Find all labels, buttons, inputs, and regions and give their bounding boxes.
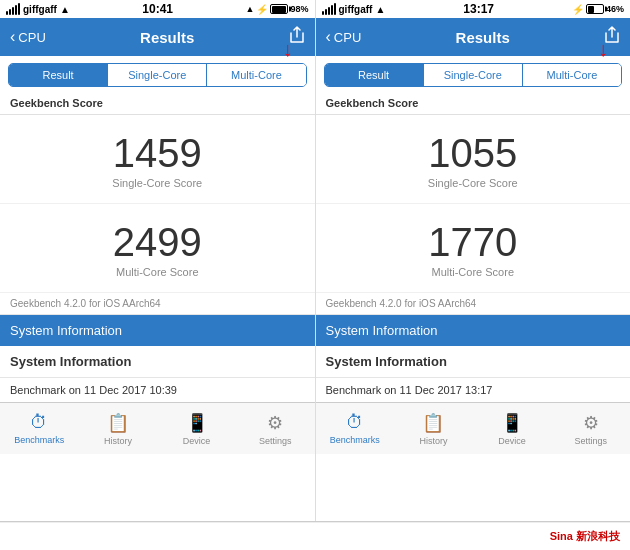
multi-core-block-left: 2499 Multi-Core Score (0, 204, 315, 293)
battery-pct-right: 46% (606, 4, 624, 14)
tab-result-left[interactable]: Result (9, 64, 108, 86)
sys-info-row-right: System Information (316, 346, 631, 378)
tab-single-left[interactable]: Single-Core (108, 64, 207, 86)
status-bar-left: giffgaff ▲ 10:41 ▲ ⚡ 98% (0, 0, 315, 18)
arrow-annotation-left: ↓ (283, 38, 293, 61)
settings-icon-left: ⚙ (267, 412, 283, 434)
history-icon-right: 📋 (422, 412, 444, 434)
bottom-tab-history-right[interactable]: 📋 History (394, 403, 473, 454)
multi-core-label-left: Multi-Core Score (10, 266, 305, 278)
history-label-right: History (419, 436, 447, 446)
tab-multi-left[interactable]: Multi-Core (207, 64, 305, 86)
wifi-icon-right: ▲ (375, 4, 385, 15)
watermark-text: Sina 新浪科技 (550, 529, 620, 544)
signal-icon-right (322, 3, 336, 15)
benchmarks-label-left: Benchmarks (14, 435, 64, 445)
nav-header-right: ‹ CPU Results (316, 18, 631, 56)
nav-title-left: Results (140, 29, 194, 46)
phone-right: giffgaff ▲ 13:17 ⚡ 46% ‹ CPU Results (316, 0, 631, 521)
geekbench-heading-right: Geekbench Score (316, 94, 631, 115)
back-label-right: CPU (334, 30, 361, 45)
single-core-score-right: 1055 (326, 133, 621, 173)
battery-fill-left (272, 6, 286, 13)
back-arrow-right: ‹ (326, 28, 331, 46)
watermark-bar: Sina 新浪科技 (0, 522, 630, 550)
wifi-icon: ▲ (60, 4, 70, 15)
bottom-bar-right: ⏱ Benchmarks 📋 History 📱 Device ⚙ Settin… (316, 402, 631, 454)
version-info-left: Geekbench 4.2.0 for iOS AArch64 (0, 293, 315, 315)
multi-core-score-left: 2499 (10, 222, 305, 262)
multi-core-label-right: Multi-Core Score (326, 266, 621, 278)
tab-single-right[interactable]: Single-Core (424, 64, 523, 86)
settings-icon-right: ⚙ (583, 412, 599, 434)
multi-core-block-right: 1770 Multi-Core Score (316, 204, 631, 293)
benchmarks-label-right: Benchmarks (330, 435, 380, 445)
time-left: 10:41 (142, 2, 173, 16)
back-arrow-left: ‹ (10, 28, 15, 46)
status-left-left: giffgaff ▲ (6, 3, 70, 15)
battery-fill-right (588, 6, 594, 13)
sys-info-row-left: System Information (0, 346, 315, 378)
arrow-annotation-right: ↓ (598, 38, 608, 61)
status-right-left: ▲ ⚡ 98% (246, 4, 309, 15)
multi-core-score-right: 1770 (326, 222, 621, 262)
benchmark-date-left: Benchmark on 11 Dec 2017 10:39 (0, 378, 315, 402)
benchmark-date-right: Benchmark on 11 Dec 2017 13:17 (316, 378, 631, 402)
sys-info-header-right: System Information (316, 315, 631, 346)
device-label-left: Device (183, 436, 211, 446)
nav-title-right: Results (456, 29, 510, 46)
benchmarks-icon-left: ⏱ (30, 412, 48, 433)
time-right: 13:17 (463, 2, 494, 16)
bottom-tab-settings-right[interactable]: ⚙ Settings (551, 403, 630, 454)
bottom-tab-device-right[interactable]: 📱 Device (473, 403, 552, 454)
device-icon-left: 📱 (186, 412, 208, 434)
tab-multi-right[interactable]: Multi-Core (523, 64, 621, 86)
carrier-right: giffgaff (339, 4, 373, 15)
status-left-right: giffgaff ▲ (322, 3, 386, 15)
bottom-tab-history-left[interactable]: 📋 History (79, 403, 158, 454)
tab-result-right[interactable]: Result (325, 64, 424, 86)
back-button-right[interactable]: ‹ CPU (326, 28, 362, 46)
back-label-left: CPU (18, 30, 45, 45)
nav-header-left: ‹ CPU Results (0, 18, 315, 56)
back-button-left[interactable]: ‹ CPU (10, 28, 46, 46)
battery-icon-right (586, 4, 604, 14)
status-right-right: ⚡ 46% (572, 4, 624, 15)
device-label-right: Device (498, 436, 526, 446)
bluetooth-icon: ⚡ (256, 4, 268, 15)
benchmarks-icon-right: ⏱ (346, 412, 364, 433)
single-core-label-right: Single-Core Score (326, 177, 621, 189)
battery-pct-left: 98% (290, 4, 308, 14)
bluetooth-icon-right: ⚡ (572, 4, 584, 15)
settings-label-right: Settings (574, 436, 607, 446)
single-core-block-left: 1459 Single-Core Score (0, 115, 315, 204)
location-icon: ▲ (246, 4, 255, 14)
history-icon-left: 📋 (107, 412, 129, 434)
bottom-tab-benchmarks-right[interactable]: ⏱ Benchmarks (316, 403, 395, 454)
single-core-label-left: Single-Core Score (10, 177, 305, 189)
phone-left: giffgaff ▲ 10:41 ▲ ⚡ 98% ‹ CPU Results (0, 0, 316, 521)
version-info-right: Geekbench 4.2.0 for iOS AArch64 (316, 293, 631, 315)
bottom-bar-left: ⏱ Benchmarks 📋 History 📱 Device ⚙ Settin… (0, 402, 315, 454)
geekbench-heading-left: Geekbench Score (0, 94, 315, 115)
bottom-tab-benchmarks-left[interactable]: ⏱ Benchmarks (0, 403, 79, 454)
single-core-block-right: 1055 Single-Core Score (316, 115, 631, 204)
settings-label-left: Settings (259, 436, 292, 446)
history-label-left: History (104, 436, 132, 446)
signal-icon (6, 3, 20, 15)
tabs-right: Result Single-Core Multi-Core (324, 63, 623, 87)
device-icon-right: 📱 (501, 412, 523, 434)
tabs-left: Result Single-Core Multi-Core (8, 63, 307, 87)
sys-info-header-left: System Information (0, 315, 315, 346)
status-bar-right: giffgaff ▲ 13:17 ⚡ 46% (316, 0, 631, 18)
battery-icon-left (270, 4, 288, 14)
bottom-tab-settings-left[interactable]: ⚙ Settings (236, 403, 315, 454)
bottom-tab-device-left[interactable]: 📱 Device (157, 403, 236, 454)
carrier-left: giffgaff (23, 4, 57, 15)
single-core-score-left: 1459 (10, 133, 305, 173)
